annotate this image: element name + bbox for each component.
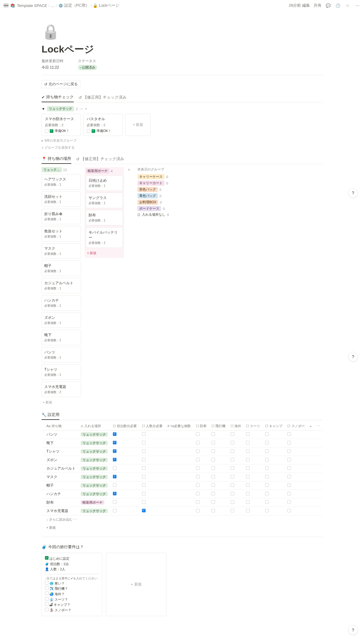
board-card[interactable]: 救急セット必要個数：1	[42, 226, 81, 241]
checkbox[interactable]	[287, 475, 291, 478]
table-row[interactable]: パンツリュックサック	[42, 430, 322, 439]
checkbox[interactable]	[142, 475, 146, 478]
column-tag[interactable]: リュック…	[42, 167, 62, 172]
checkbox[interactable]	[231, 509, 234, 512]
item-card[interactable]: スマホ防水ケース必要個数：2 準備OK！	[42, 114, 81, 136]
checkbox[interactable]	[211, 449, 215, 453]
column-header[interactable]: ☐ 海外	[228, 422, 244, 430]
table-row[interactable]: マスクリュックサック	[42, 473, 322, 481]
req-item[interactable]: 👔 スーツ？	[45, 597, 99, 602]
board-card[interactable]: スマホ充電器必要個数：2	[42, 382, 81, 397]
checkbox[interactable]	[142, 449, 146, 453]
checkbox[interactable]	[265, 483, 269, 487]
checkbox[interactable]	[113, 458, 116, 461]
checkbox[interactable]	[231, 432, 234, 436]
requirements-card[interactable]: はじめに設定 🧳 宿泊数：1泊 👤 人数：2人 ↓当てはまる要件に✔を入れてくだ…	[42, 553, 102, 616]
checkbox[interactable]	[287, 466, 291, 470]
add-group[interactable]: + グループを追加する	[42, 145, 322, 150]
board-card[interactable]: 財布必要個数：1	[86, 210, 123, 225]
checkbox[interactable]	[246, 475, 250, 478]
breadcrumb-item[interactable]: Template SPACE	[17, 3, 47, 8]
checkbox[interactable]	[265, 475, 269, 478]
checkbox[interactable]	[246, 509, 250, 512]
board-card[interactable]: Tシャツ必要個数：1	[42, 364, 81, 380]
breadcrumb-item[interactable]: …	[51, 3, 55, 8]
checkbox[interactable]	[142, 441, 146, 444]
hidden-group[interactable]: ◻ 入れる場所なし 0	[137, 212, 169, 217]
checkbox-icon[interactable]	[45, 556, 49, 560]
new-card[interactable]: + 新規	[86, 250, 123, 257]
hidden-group[interactable]: キャリーカート0	[137, 180, 169, 186]
checkbox[interactable]	[142, 509, 146, 512]
breadcrumb-item[interactable]: Lockページ	[99, 3, 119, 8]
checkbox[interactable]	[246, 483, 250, 487]
tab-settings[interactable]: 🔧 設定用	[42, 412, 59, 420]
checkbox[interactable]	[196, 441, 200, 444]
column-header[interactable]: ☐ 飛行機	[209, 422, 228, 430]
share-button[interactable]: 共有	[314, 3, 322, 8]
comment-icon[interactable]: 💬	[325, 2, 331, 8]
tab-checked[interactable]: ↺ 【修正用】チェック済み	[76, 156, 124, 164]
checkbox[interactable]	[246, 449, 250, 453]
column-header[interactable]: # +α必要な個数	[165, 422, 194, 430]
checkbox[interactable]	[265, 432, 269, 436]
group-tag[interactable]: リュックサック	[47, 106, 74, 111]
checkbox[interactable]	[231, 492, 234, 495]
checkbox[interactable]	[265, 500, 269, 504]
checkbox[interactable]	[287, 509, 291, 512]
table-row[interactable]: スマホ充電器リュックサック	[42, 507, 322, 515]
help-button[interactable]: ?	[348, 625, 358, 635]
board-card[interactable]: 日焼け止め必要個数：1	[86, 175, 123, 191]
checkbox[interactable]	[287, 432, 291, 436]
checkbox[interactable]	[231, 475, 234, 478]
table-row[interactable]: 靴下リュックサック	[42, 439, 322, 447]
board-card[interactable]: 洗顔セット必要個数：1	[42, 191, 81, 207]
column-header[interactable]: ☐ スノボー	[285, 422, 307, 430]
board-card[interactable]: 靴下必要個数：1	[42, 330, 81, 345]
more-icon[interactable]: ⋯	[314, 422, 322, 430]
checkbox[interactable]	[211, 500, 215, 504]
checkbox[interactable]	[265, 509, 269, 512]
hidden-group[interactable]: キャリーケース0	[137, 174, 169, 179]
req-item[interactable]: 🥶 寒い？	[45, 581, 99, 586]
board-card[interactable]: ヘアワックス必要個数：1	[42, 174, 81, 190]
checkbox[interactable]	[265, 492, 269, 495]
checkbox[interactable]	[142, 458, 146, 461]
column-header[interactable]: ☐ 人数分必要	[140, 422, 165, 430]
checkbox[interactable]	[265, 458, 269, 461]
more-icon[interactable]: ⋯	[354, 2, 360, 8]
board-card[interactable]: カジュアルベルト必要個数：1	[42, 278, 81, 293]
table-row[interactable]: ハンカチリュックサック	[42, 490, 322, 498]
checkbox[interactable]	[142, 432, 146, 436]
checkbox[interactable]	[231, 483, 234, 487]
req-item[interactable]: 🌏 海外？	[45, 592, 99, 597]
page-title[interactable]: Lockページ	[42, 43, 322, 56]
checkbox[interactable]	[196, 483, 200, 487]
checkbox[interactable]	[246, 458, 250, 461]
req-item[interactable]: ✈️ 飛行機？	[45, 586, 99, 592]
checkbox[interactable]	[113, 483, 116, 487]
checkbox[interactable]	[113, 475, 116, 478]
checkbox[interactable]	[287, 483, 291, 487]
status-badge[interactable]: 公開済み	[78, 65, 97, 70]
checkbox[interactable]	[142, 500, 146, 504]
column-header[interactable]: ☐ スーツ	[244, 422, 263, 430]
checkbox[interactable]	[113, 492, 116, 495]
hidden-groups[interactable]: ▸ 8件の非表示グループ	[42, 138, 322, 143]
checkbox[interactable]	[45, 581, 49, 585]
new-row[interactable]: + 新規	[42, 524, 322, 532]
checkbox[interactable]	[211, 466, 215, 470]
table-row[interactable]: 帽子リュックサック	[42, 481, 322, 490]
clock-icon[interactable]: 🕐	[335, 2, 341, 8]
checkbox[interactable]	[211, 509, 215, 512]
board-card[interactable]: サングラス必要個数：1	[86, 193, 123, 208]
item-card[interactable]: バスタオル必要個数：2 準備OK！	[83, 114, 123, 136]
checkbox[interactable]	[45, 592, 49, 595]
checkbox[interactable]	[196, 449, 200, 453]
board-card[interactable]: パンツ必要個数：1	[42, 347, 81, 363]
hidden-group[interactable]: お料理BOX0	[137, 200, 169, 205]
checkbox[interactable]	[246, 492, 250, 495]
board-card[interactable]: 折り畳み傘必要個数：1	[42, 209, 81, 224]
breadcrumb-item[interactable]: 設定（PC用）	[64, 3, 89, 8]
checkbox[interactable]	[231, 449, 234, 453]
